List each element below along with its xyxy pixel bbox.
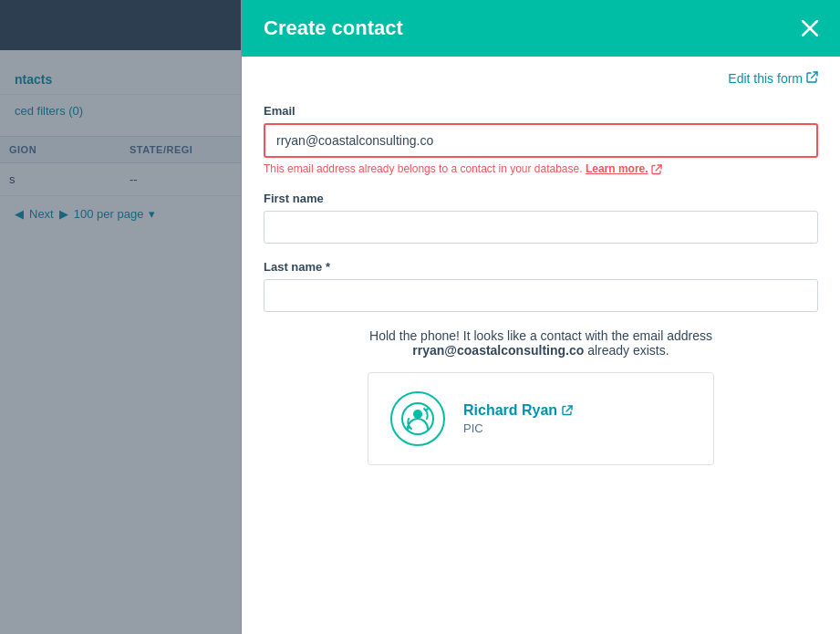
first-name-input[interactable]: [264, 211, 818, 244]
modal-title: Create contact: [264, 16, 403, 40]
last-name-label: Last name *: [264, 260, 818, 274]
modal-header: Create contact: [242, 0, 840, 57]
email-label: Email: [264, 104, 818, 118]
contact-avatar: [390, 391, 445, 446]
contact-avatar-wrapper: [390, 391, 445, 446]
first-name-field-group: First name: [264, 192, 818, 244]
svg-point-5: [413, 410, 422, 419]
learn-more-link[interactable]: Learn more.: [586, 162, 648, 175]
external-link-icon: [806, 71, 818, 86]
last-name-field-group: Last name *: [264, 260, 818, 312]
duplicate-notice-text: Hold the phone! It looks like a contact …: [273, 328, 809, 343]
contact-external-link-icon: [562, 405, 573, 416]
avatar-icon: [400, 401, 435, 436]
learn-more-ext-icon: [651, 164, 662, 175]
modal-body: Edit this form Email This email address …: [242, 57, 840, 634]
modal-close-button[interactable]: [802, 20, 818, 36]
duplicate-notice: Hold the phone! It looks like a contact …: [264, 328, 818, 358]
contact-name-text: Richard Ryan: [463, 402, 557, 419]
email-error-message: This email address already belongs to a …: [264, 162, 818, 175]
edit-form-link[interactable]: Edit this form: [728, 71, 803, 86]
edit-form-section: Edit this form: [264, 71, 818, 86]
create-contact-modal: Create contact Edit this form Email: [242, 0, 840, 634]
last-name-input[interactable]: [264, 279, 818, 312]
contact-info: Richard Ryan PIC: [463, 402, 573, 435]
svg-line-6: [566, 406, 572, 411]
first-name-label: First name: [264, 192, 818, 205]
contact-name-link[interactable]: Richard Ryan: [463, 402, 573, 419]
existing-contact-card: Richard Ryan PIC: [368, 372, 714, 465]
email-field-group: Email This email address already belongs…: [264, 104, 818, 175]
duplicate-email: rryan@coastalconsulting.co: [412, 343, 584, 358]
contact-company: PIC: [463, 421, 573, 435]
close-icon: [802, 20, 818, 36]
svg-line-3: [656, 165, 661, 171]
email-input[interactable]: [264, 123, 818, 158]
svg-line-2: [812, 72, 818, 78]
duplicate-notice-email-line: rryan@coastalconsulting.co already exist…: [273, 343, 809, 358]
